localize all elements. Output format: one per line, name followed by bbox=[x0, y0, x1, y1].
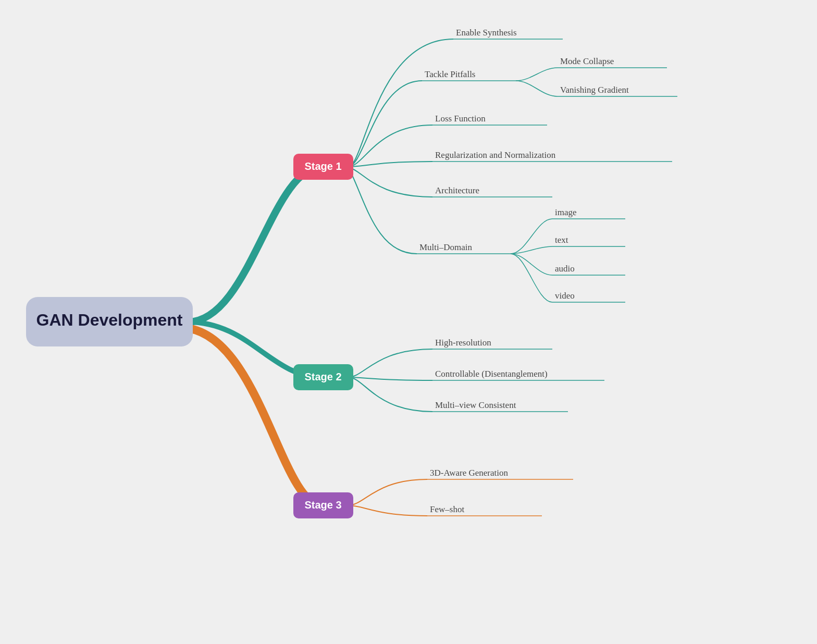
label-text: text bbox=[555, 235, 568, 245]
label-architecture: Architecture bbox=[435, 185, 479, 195]
label-multiview: Multi–view Consistent bbox=[435, 400, 516, 410]
label-mode-collapse: Mode Collapse bbox=[560, 56, 614, 66]
stage2-label: Stage 2 bbox=[304, 371, 341, 382]
label-few-shot: Few–shot bbox=[430, 504, 464, 514]
label-video: video bbox=[555, 291, 575, 301]
stage3-label: Stage 3 bbox=[304, 499, 341, 511]
root-label: GAN Development bbox=[36, 311, 183, 329]
label-image: image bbox=[555, 207, 577, 217]
label-audio: audio bbox=[555, 264, 575, 274]
label-reg-norm: Regularization and Normalization bbox=[435, 150, 556, 160]
label-high-res: High-resolution bbox=[435, 338, 491, 348]
label-enable-synthesis: Enable Synthesis bbox=[456, 28, 517, 38]
label-loss-function: Loss Function bbox=[435, 114, 486, 123]
stage1-label: Stage 1 bbox=[304, 160, 341, 172]
label-3d-aware: 3D-Aware Generation bbox=[430, 468, 508, 478]
label-tackle-pitfalls: Tackle Pitfalls bbox=[425, 69, 475, 79]
label-vanishing-gradient: Vanishing Gradient bbox=[560, 85, 629, 95]
label-multi-domain: Multi–Domain bbox=[419, 242, 473, 252]
label-controllable: Controllable (Disentanglement) bbox=[435, 369, 548, 379]
